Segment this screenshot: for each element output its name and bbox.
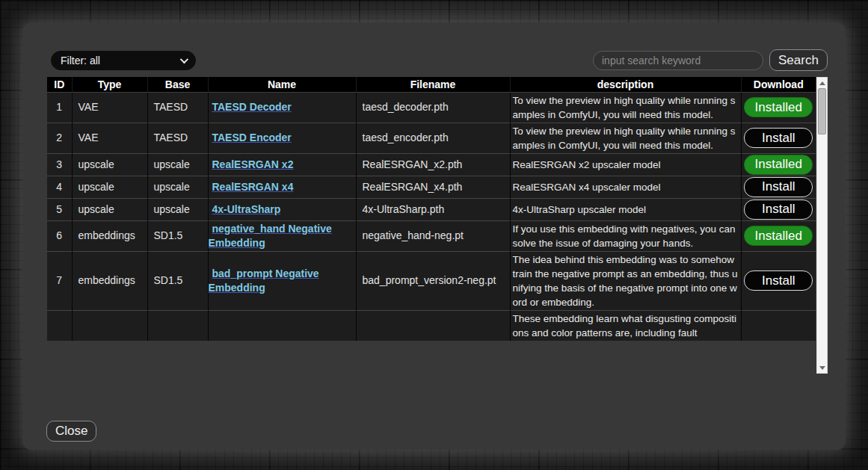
cell-download: Installed (741, 92, 816, 123)
cell-name: TAESD Encoder (208, 123, 356, 153)
models-table: IDTypeBaseNameFilenamedescriptionDownloa… (47, 77, 816, 341)
table-row: These embedding learn what disgusting co… (47, 310, 816, 341)
column-header-id: ID (47, 77, 72, 92)
cell-description: These embedding learn what disgusting co… (510, 310, 741, 341)
install-button[interactable]: Install (744, 177, 813, 197)
cell-id: 3 (47, 153, 72, 176)
cell-download: Install (741, 123, 816, 153)
table-row: 3upscaleupscaleRealESRGAN x2RealESRGAN_x… (47, 153, 816, 176)
cell-id: 4 (47, 176, 72, 198)
cell-base: TAESD (147, 92, 208, 123)
column-header-base: Base (147, 77, 208, 92)
cell-download: Installed (741, 220, 816, 251)
table-row: 2VAETAESDTAESD Encodertaesd_encoder.pthT… (47, 123, 816, 153)
model-name-link[interactable]: 4x-UltraSharp (212, 203, 281, 215)
cell-base: SD1.5 (147, 251, 208, 310)
cell-download: Installed (741, 153, 816, 176)
cell-filename: bad_prompt_version2-neg.pt (356, 251, 510, 310)
cell-name: RealESRGAN x2 (208, 153, 356, 176)
cell-id (47, 310, 72, 341)
cell-name: bad_prompt Negative Embedding (208, 251, 356, 310)
scroll-up-arrow-icon[interactable] (817, 78, 827, 88)
cell-download: Install (741, 176, 816, 198)
column-header-type: Type (72, 77, 147, 92)
cell-base: SD1.5 (147, 220, 208, 251)
cell-filename: taesd_encoder.pth (356, 123, 510, 153)
scroll-down-arrow-icon[interactable] (817, 362, 827, 373)
model-manager-dialog: Filter: all Search IDTypeBaseNameFilenam… (22, 22, 846, 450)
scrollbar-thumb[interactable] (818, 88, 826, 134)
cell-id: 6 (47, 220, 72, 251)
cell-base (147, 310, 208, 341)
cell-base: upscale (147, 176, 208, 198)
model-name-link[interactable]: RealESRGAN x4 (212, 181, 294, 193)
cell-filename: negative_hand-neg.pt (356, 220, 510, 251)
models-table-container: IDTypeBaseNameFilenamedescriptionDownloa… (47, 77, 828, 374)
cell-name: negative_hand Negative Embedding (208, 220, 356, 251)
cell-description: To view the preview in high quality whil… (510, 123, 741, 153)
filter-select[interactable]: Filter: all (51, 51, 196, 70)
cell-filename: RealESRGAN_x4.pth (356, 176, 510, 198)
cell-download: Install (741, 198, 816, 220)
cell-download (741, 310, 816, 341)
column-header-description: description (510, 77, 741, 92)
column-header-name: Name (208, 77, 356, 92)
filter-select-value: Filter: all (61, 55, 180, 67)
cell-type: embeddings (72, 220, 147, 251)
cell-type: embeddings (72, 251, 147, 310)
search-input[interactable] (593, 51, 763, 70)
table-scrollbar[interactable] (816, 77, 828, 374)
model-name-link[interactable]: RealESRGAN x2 (212, 158, 294, 170)
model-name-link[interactable]: negative_hand Negative Embedding (209, 223, 332, 249)
cell-description: The idea behind this embedding was to so… (510, 251, 741, 310)
table-row: 1VAETAESDTAESD Decodertaesd_decoder.pthT… (47, 92, 816, 123)
chevron-down-icon (180, 55, 188, 64)
cell-type: upscale (72, 176, 147, 198)
cell-base: upscale (147, 198, 208, 220)
cell-filename (356, 310, 510, 341)
cell-description: RealESRGAN x4 upscaler model (510, 176, 741, 198)
cell-description: If you use this embedding with negatives… (510, 220, 741, 251)
cell-base: upscale (147, 153, 208, 176)
cell-description: 4x-UltraSharp upscaler model (510, 198, 741, 220)
table-row: 7embeddingsSD1.5bad_prompt Negative Embe… (47, 251, 816, 310)
cell-description: RealESRGAN x2 upscaler model (510, 153, 741, 176)
canvas-background: Filter: all Search IDTypeBaseNameFilenam… (0, 0, 868, 470)
cell-id: 7 (47, 251, 72, 310)
model-name-link[interactable]: TAESD Encoder (212, 132, 292, 143)
search-button[interactable]: Search (769, 49, 828, 71)
model-name-link[interactable]: bad_prompt Negative Embedding (209, 268, 319, 294)
cell-id: 1 (47, 92, 72, 123)
install-button[interactable]: Install (744, 270, 813, 291)
cell-description: To view the preview in high quality whil… (510, 92, 741, 123)
cell-type: upscale (72, 198, 147, 220)
cell-type: VAE (72, 123, 147, 153)
installed-button[interactable]: Installed (744, 97, 813, 117)
cell-name: RealESRGAN x4 (208, 176, 356, 198)
cell-id: 5 (47, 198, 72, 220)
cell-name: 4x-UltraSharp (208, 198, 356, 220)
column-header-download: Download (741, 77, 816, 92)
table-row: 4upscaleupscaleRealESRGAN x4RealESRGAN_x… (47, 176, 816, 198)
model-name-link[interactable]: TAESD Decoder (212, 101, 292, 113)
cell-type: VAE (72, 92, 147, 123)
cell-id: 2 (47, 123, 72, 153)
cell-name (208, 310, 356, 341)
install-button[interactable]: Install (744, 200, 813, 220)
cell-download: Install (741, 251, 816, 310)
table-header-row: IDTypeBaseNameFilenamedescriptionDownloa… (47, 77, 816, 92)
cell-filename: RealESRGAN_x2.pth (356, 153, 510, 176)
cell-name: TAESD Decoder (208, 92, 356, 123)
column-header-filename: Filename (356, 77, 510, 92)
close-button[interactable]: Close (46, 421, 96, 442)
installed-button[interactable]: Installed (744, 155, 813, 175)
cell-type (72, 310, 147, 341)
installed-button[interactable]: Installed (744, 226, 813, 246)
cell-base: TAESD (147, 123, 208, 153)
cell-type: upscale (72, 153, 147, 176)
table-row: 6embeddingsSD1.5negative_hand Negative E… (47, 220, 816, 251)
table-row: 5upscaleupscale4x-UltraSharp4x-UltraShar… (47, 198, 816, 220)
install-button[interactable]: Install (744, 128, 813, 148)
cell-filename: 4x-UltraSharp.pth (356, 198, 510, 220)
cell-filename: taesd_decoder.pth (356, 92, 510, 123)
